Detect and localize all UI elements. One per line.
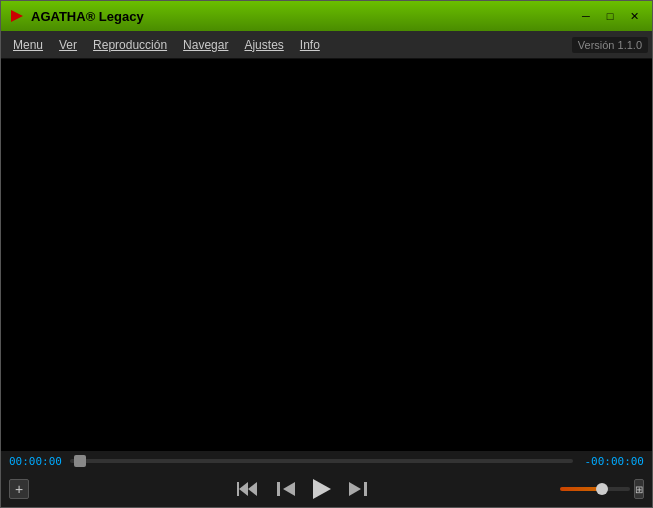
menu-item-ajustes[interactable]: Ajustes (236, 34, 291, 56)
menu-label-reproduccion: Reproducción (93, 38, 167, 52)
menu-item-reproduccion[interactable]: Reproducción (85, 34, 175, 56)
menu-label-menu: Menu (13, 38, 43, 52)
progress-area: 00:00:00 -00:00:00 (1, 451, 652, 471)
close-button[interactable]: ✕ (624, 8, 644, 24)
transport-right: ⊞ (564, 479, 644, 499)
window-controls: ─ □ ✕ (576, 8, 644, 24)
menu-label-info: Info (300, 38, 320, 52)
version-badge: Versión 1.1.0 (572, 37, 648, 53)
video-area (1, 59, 652, 451)
transport-center (41, 479, 564, 499)
volume-area (560, 487, 630, 491)
step-back-icon (237, 480, 259, 498)
prev-icon (275, 480, 297, 498)
menu-item-ver[interactable]: Ver (51, 34, 85, 56)
maximize-button[interactable]: □ (600, 8, 620, 24)
play-icon (313, 479, 331, 499)
svg-rect-5 (277, 482, 280, 496)
title-bar: AGATHA® Legacy ─ □ ✕ (1, 1, 652, 31)
menu-label-ver: Ver (59, 38, 77, 52)
menu-label-ajustes: Ajustes (244, 38, 283, 52)
svg-marker-2 (248, 482, 257, 496)
menu-bar: Menu Ver Reproducción Navegar Ajustes In… (1, 31, 652, 59)
minimize-button[interactable]: ─ (576, 8, 596, 24)
svg-marker-6 (349, 482, 361, 496)
svg-marker-0 (11, 10, 23, 22)
svg-rect-7 (364, 482, 367, 496)
transport-left: + (9, 479, 41, 499)
next-button[interactable] (347, 480, 369, 498)
window-title: AGATHA® Legacy (31, 9, 576, 24)
menu-item-menu[interactable]: Menu (5, 34, 51, 56)
svg-marker-1 (239, 482, 248, 496)
time-current: 00:00:00 (9, 455, 64, 468)
play-button[interactable] (313, 479, 331, 499)
volume-thumb[interactable] (596, 483, 608, 495)
next-icon (347, 480, 369, 498)
grid-button[interactable]: ⊞ (634, 479, 644, 499)
progress-thumb[interactable] (74, 455, 86, 467)
svg-marker-4 (283, 482, 295, 496)
menu-item-info[interactable]: Info (292, 34, 328, 56)
step-back-button[interactable] (237, 480, 259, 498)
svg-rect-3 (237, 482, 239, 496)
progress-track[interactable] (70, 459, 573, 463)
app-icon (9, 8, 25, 24)
grid-icon: ⊞ (635, 484, 643, 495)
add-button[interactable]: + (9, 479, 29, 499)
menu-label-navegar: Navegar (183, 38, 228, 52)
controls-area: 00:00:00 -00:00:00 + (1, 451, 652, 507)
menu-item-navegar[interactable]: Navegar (175, 34, 236, 56)
app-window: AGATHA® Legacy ─ □ ✕ Menu Ver Reproducci… (0, 0, 653, 508)
time-remaining: -00:00:00 (579, 455, 644, 468)
transport-area: + (1, 471, 652, 507)
add-icon: + (15, 482, 23, 496)
prev-button[interactable] (275, 480, 297, 498)
volume-track[interactable] (560, 487, 630, 491)
